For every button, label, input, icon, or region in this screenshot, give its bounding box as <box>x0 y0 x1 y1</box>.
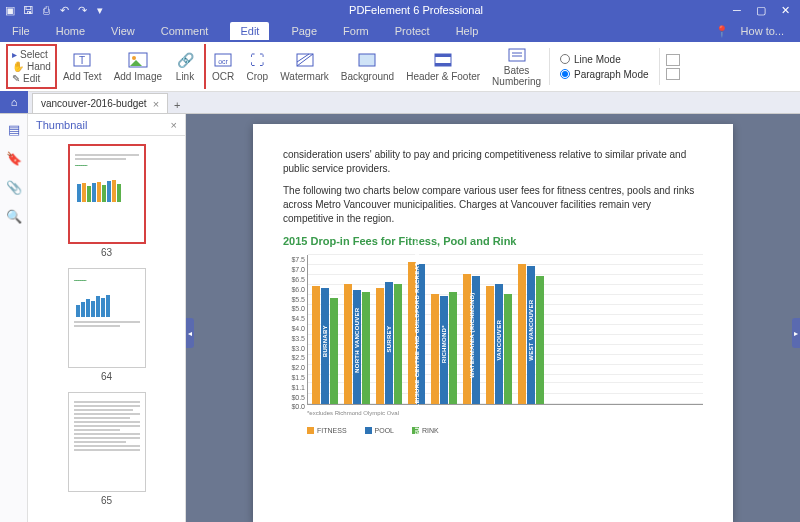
menu-view[interactable]: View <box>107 23 139 39</box>
header-footer-button[interactable]: Header & Footer <box>400 44 486 89</box>
cursor-icon: ▸ <box>12 49 17 60</box>
document-tab-bar: ⌂ vancouver-2016-budget × + <box>0 92 800 114</box>
bar-group: WATERMANIA (RICHMOND) <box>463 274 480 404</box>
undo-icon[interactable]: ↶ <box>58 4 70 16</box>
selection-tools-group: ▸Select ✋Hand ✎Edit <box>6 44 57 89</box>
close-tab-icon[interactable]: × <box>153 98 159 110</box>
minimize-button[interactable]: ─ <box>726 2 748 18</box>
thumbnail-tab-icon[interactable]: ▤ <box>8 122 20 137</box>
align-option-2[interactable] <box>666 68 680 80</box>
edit-tool[interactable]: ✎Edit <box>12 73 51 84</box>
maximize-button[interactable]: ▢ <box>750 2 772 18</box>
bar-group: VANCOUVER <box>486 284 512 404</box>
search-tab-icon[interactable]: 🔍 <box>6 209 22 224</box>
align-group <box>662 44 684 89</box>
background-icon <box>356 51 378 69</box>
edit-icon: ✎ <box>12 73 20 84</box>
add-image-button[interactable]: Add Image <box>108 44 168 89</box>
menu-bar: File Home View Comment Edit Page Form Pr… <box>0 20 800 42</box>
line-mode-radio[interactable]: Line Mode <box>560 54 649 65</box>
collapse-right-handle[interactable]: ▸ <box>792 318 800 348</box>
crop-button[interactable]: ⛶Crop <box>240 44 274 89</box>
text-icon: T <box>71 51 93 69</box>
ocr-icon: ocr <box>212 51 234 69</box>
chart-footnote: *excludes Richmond Olympic Oval <box>307 409 703 417</box>
background-button[interactable]: Background <box>335 44 400 89</box>
svg-rect-12 <box>435 63 451 66</box>
chart-title: 2015 Drop-in Fees for Fitness, Pool and … <box>283 234 703 249</box>
save-icon[interactable]: 🖫 <box>22 4 34 16</box>
align-option-1[interactable] <box>666 54 680 66</box>
close-panel-icon[interactable]: × <box>171 119 177 131</box>
bar-group: RICHMOND* <box>431 292 457 404</box>
svg-text:T: T <box>79 55 85 66</box>
tab-label: vancouver-2016-budget <box>41 98 147 109</box>
body-text: The following two charts below compare v… <box>283 184 703 226</box>
thumbnail-panel: Thumbnail × ━━━━━━ 63 ━━━━━━ 64 <box>28 114 186 522</box>
bar-group: NORTH VANCOUVER <box>344 284 370 404</box>
chart-plot-area: BURNABYNORTH VANCOUVERSURREYSURREY LEISU… <box>307 255 703 405</box>
crop-icon: ⛶ <box>246 51 268 69</box>
menu-protect[interactable]: Protect <box>391 23 434 39</box>
edit-mode-group: Line Mode Paragraph Mode <box>552 44 657 89</box>
image-icon <box>127 51 149 69</box>
document-canvas[interactable]: ◂ ▸ consideration users' ability to pay … <box>186 114 800 522</box>
menu-comment[interactable]: Comment <box>157 23 213 39</box>
pdf-page: consideration users' ability to pay and … <box>253 124 733 522</box>
hand-tool[interactable]: ✋Hand <box>12 61 51 72</box>
qat-dropdown-icon[interactable]: ▾ <box>94 4 106 16</box>
home-icon: ⌂ <box>11 96 18 108</box>
hand-icon: ✋ <box>12 61 24 72</box>
link-button[interactable]: 🔗Link <box>168 44 206 89</box>
how-to-link[interactable]: 📍How to... <box>707 21 792 42</box>
print-icon[interactable]: ⎙ <box>40 4 52 16</box>
watermark-button[interactable]: Watermark <box>274 44 335 89</box>
menu-help[interactable]: Help <box>452 23 483 39</box>
chart-legend: FITNESS POOL RINK <box>307 426 703 436</box>
menu-page[interactable]: Page <box>287 23 321 39</box>
document-tab[interactable]: vancouver-2016-budget × <box>32 93 168 113</box>
svg-text:ocr: ocr <box>218 58 228 65</box>
bar-group: WEST VANCOUVER <box>518 264 544 404</box>
body-text: consideration users' ability to pay and … <box>283 148 703 176</box>
thumbnail-page[interactable]: ━━━━━━ 63 <box>68 144 146 258</box>
menu-file[interactable]: File <box>8 23 34 39</box>
left-sidebar: ▤ 🔖 📎 🔍 <box>0 114 28 522</box>
header-footer-icon <box>432 51 454 69</box>
bar-group: BURNABY <box>312 286 338 404</box>
thumbnail-page[interactable]: ━━━━━━ 64 <box>68 268 146 382</box>
location-icon: 📍 <box>711 23 733 40</box>
app-icon: ▣ <box>4 4 16 16</box>
thumbnail-page[interactable]: 65 <box>68 392 146 506</box>
window-title: PDFelement 6 Professional <box>106 4 726 16</box>
quick-access-toolbar: ▣ 🖫 ⎙ ↶ ↷ ▾ <box>4 4 106 16</box>
add-text-button[interactable]: TAdd Text <box>57 44 108 89</box>
select-tool[interactable]: ▸Select <box>12 49 51 60</box>
redo-icon[interactable]: ↷ <box>76 4 88 16</box>
ocr-button[interactable]: ocrOCR <box>206 44 240 89</box>
home-tab[interactable]: ⌂ <box>0 91 28 113</box>
y-axis: $7.5$7.0$6.5$6.0$5.5$5.0$4.5$4.0$3.5$3.0… <box>285 255 305 405</box>
thumbnail-header: Thumbnail × <box>28 114 185 136</box>
bates-icon <box>506 46 528 63</box>
attachment-tab-icon[interactable]: 📎 <box>6 180 22 195</box>
svg-rect-13 <box>509 49 525 61</box>
svg-rect-11 <box>435 54 451 57</box>
ribbon: ▸Select ✋Hand ✎Edit TAdd Text Add Image … <box>0 42 800 92</box>
menu-edit[interactable]: Edit <box>230 22 269 40</box>
bookmark-tab-icon[interactable]: 🔖 <box>6 151 22 166</box>
bates-numbering-button[interactable]: Bates Numbering <box>486 44 547 89</box>
svg-point-3 <box>132 56 136 60</box>
menu-home[interactable]: Home <box>52 23 89 39</box>
close-button[interactable]: ✕ <box>774 2 796 18</box>
bar-group: SURREY LEISURE CENTRE AND GUILDFORD RECR… <box>408 262 425 404</box>
link-icon: 🔗 <box>174 51 196 69</box>
bar-chart: $7.5$7.0$6.5$6.0$5.5$5.0$4.5$4.0$3.5$3.0… <box>307 255 703 405</box>
new-tab-button[interactable]: + <box>168 97 186 113</box>
paragraph-mode-radio[interactable]: Paragraph Mode <box>560 69 649 80</box>
watermark-icon <box>294 51 316 69</box>
svg-rect-9 <box>359 54 375 66</box>
menu-form[interactable]: Form <box>339 23 373 39</box>
collapse-left-handle[interactable]: ◂ <box>186 318 194 348</box>
title-bar: ▣ 🖫 ⎙ ↶ ↷ ▾ PDFelement 6 Professional ─ … <box>0 0 800 20</box>
